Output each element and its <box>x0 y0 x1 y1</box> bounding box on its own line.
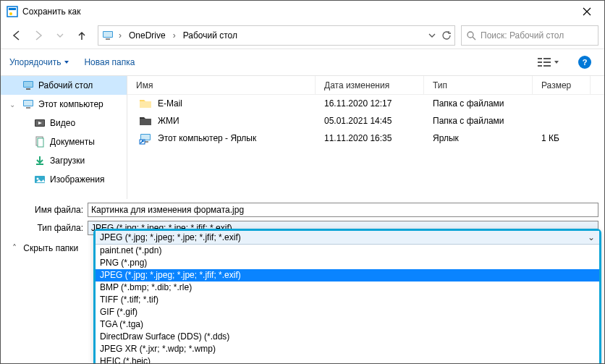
file-row[interactable]: E-Mail 16.11.2020 12:17 Папка с файлами <box>127 95 604 112</box>
file-name: Этот компьютер - Ярлык <box>158 133 256 143</box>
col-type[interactable]: Тип <box>424 76 533 94</box>
dropdown-option[interactable]: PNG (*.png) <box>96 257 599 269</box>
close-icon <box>583 7 591 16</box>
sidebar-item-downloads[interactable]: Загрузки <box>1 151 127 170</box>
up-button[interactable] <box>72 25 92 46</box>
sidebar-item-label: Рабочий стол <box>38 80 93 90</box>
chevron-right-icon: › <box>117 30 123 41</box>
nav-row: › OneDrive › Рабочий стол Поиск: Рабочий… <box>1 22 604 48</box>
sidebar-item-desktop[interactable]: Рабочий стол <box>1 76 127 95</box>
file-name: E-Mail <box>158 98 182 109</box>
close-button[interactable] <box>570 1 603 22</box>
svg-rect-5 <box>106 38 110 40</box>
file-size: 1 КБ <box>533 133 591 143</box>
svg-rect-12 <box>543 65 551 67</box>
help-button[interactable]: ? <box>574 54 596 71</box>
folder-icon <box>139 97 152 110</box>
svg-rect-15 <box>26 88 30 90</box>
filetype-dropdown: JPEG (*.jpg; *.jpeg; *.jpe; *.jfif; *.ex… <box>93 229 601 364</box>
titlebar: Сохранить как <box>1 1 604 22</box>
svg-rect-4 <box>103 32 112 37</box>
pc-icon <box>101 29 114 42</box>
svg-rect-8 <box>538 62 542 63</box>
arrow-left-icon <box>11 30 22 41</box>
forward-button[interactable] <box>28 25 48 46</box>
arrow-up-icon <box>76 30 88 41</box>
sidebar-item-documents[interactable]: Документы <box>1 132 127 151</box>
sidebar-item-this-pc[interactable]: ⌄ Этот компьютер <box>1 95 127 114</box>
desktop-icon <box>22 80 34 91</box>
svg-rect-10 <box>543 58 551 59</box>
chevron-down-icon: ⌄ <box>9 101 15 109</box>
downloads-icon <box>34 155 46 166</box>
svg-rect-22 <box>38 138 43 147</box>
dropdown-option[interactable]: paint.net (*.pdn) <box>96 245 599 257</box>
breadcrumb-item[interactable]: OneDrive <box>126 26 169 45</box>
col-date[interactable]: Дата изменения <box>316 76 424 94</box>
main-area: Рабочий стол ⌄ Этот компьютер Видео Доку… <box>1 76 604 199</box>
search-placeholder: Поиск: Рабочий стол <box>481 30 564 41</box>
file-date: 05.01.2021 14:45 <box>316 116 424 126</box>
file-date: 16.11.2020 12:17 <box>316 98 424 109</box>
svg-rect-23 <box>36 164 43 165</box>
dropdown-header[interactable]: JPEG (*.jpg; *.jpeg; *.jpe; *.jfif; *.ex… <box>96 231 599 245</box>
pictures-icon <box>34 174 46 185</box>
dropdown-list: paint.net (*.pdn)PNG (*.png)JPEG (*.jpg;… <box>96 245 599 364</box>
dropdown-option[interactable]: DirectDraw Surface (DDS) (*.dds) <box>96 331 599 343</box>
chevron-down-icon <box>64 59 69 65</box>
file-list: Имя Дата изменения Тип Размер E-Mail 16.… <box>127 76 604 199</box>
dropdown-option[interactable]: HEIC (*.heic) <box>96 355 599 364</box>
sidebar-item-pictures[interactable]: Изображения <box>1 170 127 189</box>
column-headers: Имя Дата изменения Тип Размер <box>127 76 604 95</box>
pc-icon <box>22 98 34 110</box>
sidebar-item-label: Этот компьютер <box>38 99 103 109</box>
hide-folders-label: Скрыть папки <box>23 243 78 253</box>
view-options-button[interactable] <box>538 54 559 71</box>
sidebar-item-label: Загрузки <box>50 156 85 166</box>
svg-point-2 <box>9 12 12 15</box>
sidebar-item-label: Документы <box>50 137 95 147</box>
filetype-label: Тип файла: <box>7 223 88 233</box>
sidebar-item-label: Изображения <box>50 174 104 185</box>
shortcut-icon <box>139 132 152 145</box>
filename-label: Имя файла: <box>7 205 88 215</box>
dropdown-option[interactable]: JPEG XR (*.jxr; *.wdp; *.wmp) <box>96 343 599 355</box>
svg-rect-1 <box>9 8 16 10</box>
dropdown-option[interactable]: TIFF (*.tiff; *.tif) <box>96 294 599 306</box>
svg-rect-29 <box>141 135 150 140</box>
dropdown-option[interactable]: TGA (*.tga) <box>96 318 599 331</box>
toolbar: Упорядочить Новая папка ? <box>1 48 604 76</box>
sidebar-item-videos[interactable]: Видео <box>1 114 127 132</box>
col-name[interactable]: Имя <box>127 76 316 94</box>
svg-point-25 <box>37 178 39 180</box>
svg-point-6 <box>468 32 473 38</box>
svg-rect-14 <box>24 82 33 87</box>
breadcrumb-item[interactable]: Рабочий стол <box>180 26 240 45</box>
svg-rect-27 <box>140 119 151 125</box>
chevron-up-icon: ˄ <box>12 243 17 253</box>
dropdown-option[interactable]: JPEG (*.jpg; *.jpeg; *.jpe; *.jfif; *.ex… <box>96 269 599 282</box>
help-icon: ? <box>578 56 591 69</box>
chevron-down-icon: ⌄ <box>588 232 595 242</box>
svg-rect-18 <box>26 107 30 109</box>
refresh-button[interactable] <box>441 30 452 41</box>
chevron-down-icon[interactable] <box>428 32 436 39</box>
recent-dropdown[interactable] <box>50 25 70 46</box>
col-size[interactable]: Размер <box>533 76 591 94</box>
dropdown-option[interactable]: GIF (*.gif) <box>96 306 599 318</box>
organize-button[interactable]: Упорядочить <box>9 57 69 67</box>
file-row[interactable]: Этот компьютер - Ярлык 11.11.2020 16:35 … <box>127 130 604 147</box>
address-bar[interactable]: › OneDrive › Рабочий стол <box>98 25 455 46</box>
search-input[interactable]: Поиск: Рабочий стол <box>461 25 598 46</box>
chevron-down-icon <box>56 32 64 39</box>
dropdown-option[interactable]: BMP (*.bmp; *.dib; *.rle) <box>96 282 599 294</box>
filename-input[interactable] <box>88 203 598 217</box>
back-button[interactable] <box>7 25 27 46</box>
new-folder-button[interactable]: Новая папка <box>84 57 135 67</box>
file-row[interactable]: ЖМИ 05.01.2021 14:45 Папка с файлами <box>127 112 604 130</box>
search-icon <box>466 30 476 41</box>
documents-icon <box>34 136 46 148</box>
arrow-right-icon <box>33 30 44 41</box>
view-icon <box>538 57 552 67</box>
file-type: Папка с файлами <box>424 98 533 109</box>
